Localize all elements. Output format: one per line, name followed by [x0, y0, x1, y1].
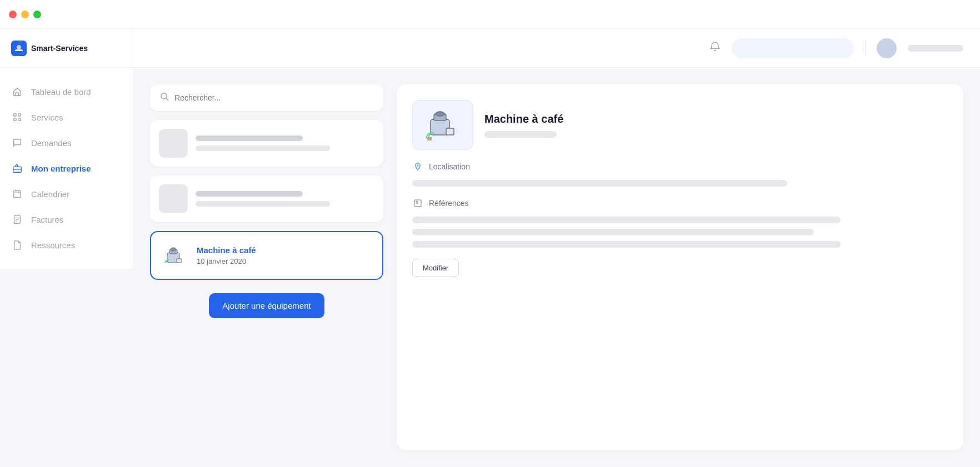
file-icon: [11, 239, 23, 251]
equipment-card-ghost2[interactable]: [150, 175, 383, 222]
localisation-bar: [412, 180, 787, 187]
modify-button-area: Modifier: [412, 259, 948, 277]
ref-bar-3: [412, 241, 841, 248]
detail-title-area: Machine à café: [484, 113, 563, 138]
card-thumb: [159, 129, 188, 158]
titlebar-buttons: [9, 11, 41, 18]
card-lines: [196, 135, 374, 151]
ref-bar-1: [412, 217, 841, 223]
maximize-button[interactable]: [33, 11, 41, 18]
svg-rect-1: [18, 114, 21, 117]
bell-icon[interactable]: [709, 41, 721, 55]
card-lines: [196, 191, 374, 207]
references-section: Références: [412, 198, 948, 248]
detail-header: Machine à café: [412, 100, 948, 150]
detail-title: Machine à café: [484, 113, 563, 125]
sidebar-label-factures: Factures: [31, 215, 63, 224]
card-title: Machine à café: [197, 245, 256, 255]
briefcase-icon: [11, 162, 23, 174]
header-bar: [133, 29, 980, 68]
references-label: Références: [429, 199, 469, 208]
card-date: 10 janvier 2020: [197, 257, 256, 265]
line-long: [196, 135, 303, 141]
header-divider: [865, 40, 866, 57]
svg-point-22: [436, 112, 444, 116]
logo-text: Smart-Services: [31, 44, 88, 53]
svg-rect-2: [14, 118, 17, 121]
ref-bar-2: [412, 229, 814, 235]
user-name: [908, 45, 963, 52]
svg-rect-24: [427, 137, 432, 140]
location-icon: [412, 161, 423, 172]
line-short: [196, 145, 330, 151]
receipt-icon: [11, 213, 23, 225]
svg-rect-3: [18, 118, 21, 121]
equipment-card-ghost1[interactable]: [150, 120, 383, 167]
avatar: [877, 38, 897, 58]
references-bars: [412, 217, 948, 248]
right-panel: Machine à café Localisation: [397, 84, 963, 450]
sidebar-label-demandes: Demandes: [31, 138, 72, 148]
localisation-label-row: Localisation: [412, 161, 948, 172]
header-search[interactable]: [732, 38, 854, 58]
sidebar: Smart-Services Tableau de bord: [0, 29, 133, 269]
sidebar-item-calendrier[interactable]: Calendrier: [0, 181, 133, 207]
svg-point-14: [161, 93, 167, 99]
coffee-thumb: [160, 241, 189, 270]
detail-subtitle-placeholder: [484, 131, 557, 138]
svg-point-18: [171, 248, 176, 251]
sidebar-label-calendrier: Calendrier: [31, 189, 69, 199]
svg-rect-27: [416, 202, 418, 203]
localisation-section: Localisation: [412, 161, 948, 187]
svg-rect-0: [14, 114, 17, 117]
modify-button[interactable]: Modifier: [412, 259, 459, 277]
search-icon: [160, 92, 169, 103]
grid-icon: [11, 111, 23, 123]
sidebar-label-ressources: Ressources: [31, 240, 75, 250]
equipment-card-coffee[interactable]: Machine à café 10 janvier 2020: [150, 231, 383, 280]
localisation-label: Localisation: [429, 162, 470, 171]
sidebar-label-services: Services: [31, 113, 63, 122]
home-icon: [11, 86, 23, 98]
svg-rect-23: [446, 128, 454, 135]
nav-list: Tableau de bord Services Demandes: [0, 68, 133, 269]
search-input[interactable]: [174, 92, 373, 103]
sidebar-item-factures[interactable]: Factures: [0, 207, 133, 232]
line-long: [196, 191, 303, 197]
logo-icon: [11, 41, 27, 56]
svg-rect-19: [177, 259, 182, 263]
sidebar-item-demandes[interactable]: Demandes: [0, 130, 133, 155]
card-thumb: [159, 184, 188, 213]
sidebar-item-entreprise[interactable]: Mon entreprise: [0, 155, 133, 181]
sidebar-item-services[interactable]: Services: [0, 104, 133, 130]
references-icon: [412, 198, 423, 209]
search-box[interactable]: [150, 84, 383, 111]
svg-point-25: [417, 165, 419, 167]
references-label-row: Références: [412, 198, 948, 209]
chat-icon: [11, 137, 23, 149]
svg-rect-6: [14, 191, 21, 198]
logo-area: Smart-Services: [0, 29, 133, 68]
card-info: Machine à café 10 janvier 2020: [197, 245, 256, 265]
sidebar-label-dashboard: Tableau de bord: [31, 87, 91, 97]
detail-image-box: [412, 100, 473, 150]
content-area: Machine à café 10 janvier 2020 Ajouter u…: [133, 68, 980, 467]
sidebar-item-ressources[interactable]: Ressources: [0, 232, 133, 258]
minimize-button[interactable]: [21, 11, 29, 18]
add-equipment-button[interactable]: Ajouter une équipement: [209, 293, 324, 318]
svg-line-15: [166, 98, 168, 101]
line-short: [196, 201, 330, 207]
sidebar-item-dashboard[interactable]: Tableau de bord: [0, 79, 133, 104]
sidebar-label-entreprise: Mon entreprise: [31, 164, 91, 173]
close-button[interactable]: [9, 11, 17, 18]
left-panel: Machine à café 10 janvier 2020 Ajouter u…: [150, 84, 383, 450]
calendar-icon: [11, 188, 23, 200]
titlebar: [0, 0, 980, 29]
